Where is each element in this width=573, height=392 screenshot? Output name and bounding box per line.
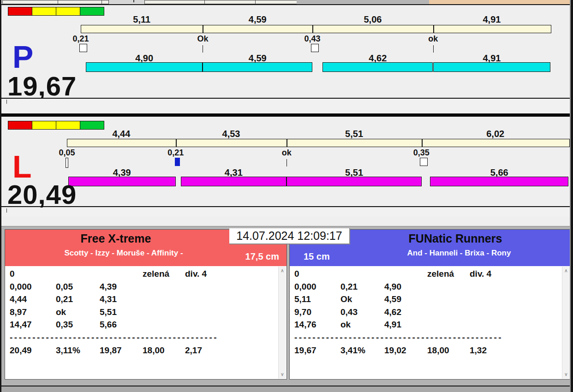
table-cell: 4,91 bbox=[384, 320, 401, 330]
exchange-value: Ok bbox=[197, 34, 208, 44]
table-cell: 3,11% bbox=[56, 345, 80, 356]
team-panel-left: Free X-treme Scotty - Izzy - Moruše - Af… bbox=[5, 229, 287, 380]
table-cell: 0,05 bbox=[56, 282, 73, 292]
team-panel-right: FUNatic Runners And - Hanneli - Brixa - … bbox=[289, 229, 571, 380]
dog-run-segment bbox=[430, 177, 569, 186]
dog-time-labels: 4,394,315,515,66 bbox=[67, 167, 569, 176]
scroll-down-button[interactable]: ∨ bbox=[562, 372, 570, 377]
team-members: And - Hanneli - Brixa - Rony bbox=[290, 249, 570, 258]
lane-divider bbox=[1, 113, 571, 117]
split-divider bbox=[433, 25, 434, 33]
window-left-border bbox=[0, 0, 1, 392]
top-edge-widgets bbox=[1, 0, 571, 5]
square-blue-marker bbox=[175, 158, 180, 166]
split-divider bbox=[312, 25, 313, 33]
split-time-value: 4,44 bbox=[112, 129, 130, 139]
separator-row: ----------------------------------------… bbox=[290, 333, 570, 343]
table-cell: 8,97 bbox=[10, 307, 27, 317]
table-cell: 4,59 bbox=[384, 294, 401, 304]
exchange-value: 0,05 bbox=[59, 148, 75, 158]
lane-letter: P bbox=[12, 41, 33, 72]
square-white-marker bbox=[420, 158, 428, 166]
separator: ----------------------------------------… bbox=[294, 333, 503, 343]
cursor-artifact bbox=[6, 100, 7, 104]
split-bar bbox=[67, 139, 570, 147]
spacer-strip bbox=[1, 208, 571, 217]
table-cell: 3,41% bbox=[340, 345, 365, 356]
exchange-markers bbox=[67, 158, 569, 168]
table-cell: 5,11 bbox=[294, 294, 311, 304]
table-cell: div. 4 bbox=[470, 269, 491, 279]
team-members: Scotty - Izzy - Moruše - Affinity - bbox=[5, 249, 286, 258]
lane-total-time: 20,49 bbox=[7, 184, 77, 205]
table-row: 14,76ok4,91 bbox=[290, 320, 570, 333]
exchange-value: 0,43 bbox=[304, 34, 320, 44]
dog-time-labels: 4,904,594,624,91 bbox=[81, 53, 550, 61]
dog-run-segment bbox=[433, 62, 550, 72]
separator-row: ----------------------------------------… bbox=[5, 333, 286, 343]
window-artifact-box bbox=[2, 0, 59, 4]
split-time-value: 5,11 bbox=[133, 14, 150, 25]
status-light bbox=[8, 7, 32, 16]
table-cell: 0,21 bbox=[340, 282, 358, 292]
dog-run-segment bbox=[203, 62, 312, 72]
dog-run-segment bbox=[181, 177, 286, 186]
exchange-value: ok bbox=[428, 34, 438, 44]
table-cell: 5,66 bbox=[100, 320, 117, 330]
table-row: 0zelenádiv. 4 bbox=[5, 269, 286, 282]
table-row: 0,0000,054,39 bbox=[5, 282, 286, 295]
table-row: 20,493,11%19,8718,002,17 bbox=[5, 345, 286, 358]
scroll-down-button[interactable]: ∨ bbox=[279, 372, 286, 377]
status-light bbox=[32, 7, 56, 16]
dog-run-segment bbox=[322, 62, 433, 72]
split-time-value: 5,51 bbox=[345, 129, 363, 139]
bar-thin-marker bbox=[66, 158, 68, 168]
lane-total-time: 19,67 bbox=[7, 76, 77, 97]
lane-chart-area: 5,114,595,064,91 0,21Ok0,43ok 4,904,594,… bbox=[81, 5, 550, 98]
exchange-labels: 0,21Ok0,43ok bbox=[81, 34, 550, 42]
table-cell: 19,02 bbox=[384, 345, 406, 356]
table-cell: 19,87 bbox=[100, 345, 122, 356]
dog-run-segment bbox=[68, 177, 176, 186]
split-time-value: 6,02 bbox=[486, 129, 504, 139]
table-cell: 4,31 bbox=[100, 294, 117, 304]
split-divider bbox=[176, 139, 177, 147]
table-row: 0zelenádiv. 4 bbox=[290, 269, 570, 282]
datetime-display: 14.07.2024 12:09:17 bbox=[229, 228, 350, 244]
dog-run-segment bbox=[286, 177, 422, 186]
table-cell: 4,39 bbox=[100, 282, 117, 292]
window-artifact-box bbox=[101, 0, 109, 4]
window-artifact-box bbox=[144, 0, 205, 4]
table-cell: 18,00 bbox=[427, 345, 449, 356]
jump-height-badge: 17,5 cm bbox=[245, 251, 279, 262]
exchange-value: 0,35 bbox=[413, 148, 430, 158]
window-artifact-tick bbox=[133, 0, 134, 2]
square-white-marker bbox=[79, 44, 87, 52]
table-cell: 2,17 bbox=[185, 345, 202, 356]
exchange-labels: 0,050,21ok0,35 bbox=[67, 148, 569, 156]
cursor-artifact bbox=[6, 208, 7, 213]
table-row: 9,700,434,62 bbox=[290, 307, 570, 320]
tick-marker bbox=[286, 159, 287, 166]
tick-marker bbox=[203, 45, 203, 53]
table-cell: zelená bbox=[143, 269, 169, 279]
table-row: 19,673,41%19,0218,001,32 bbox=[290, 345, 570, 358]
status-light bbox=[56, 7, 80, 16]
table-cell: Ok bbox=[340, 294, 352, 304]
table-cell: 1,32 bbox=[470, 345, 487, 356]
table-cell: 0,21 bbox=[56, 294, 73, 304]
table-row: 0,0000,214,90 bbox=[290, 282, 570, 295]
table-cell: div. 4 bbox=[185, 269, 207, 279]
table-cell: 4,44 bbox=[10, 294, 27, 304]
tick-marker bbox=[433, 45, 434, 53]
dog-run-bar bbox=[67, 177, 569, 186]
lane-chart-area: 4,444,535,516,02 0,050,21ok0,35 4,394,31… bbox=[67, 117, 569, 206]
status-light bbox=[8, 121, 32, 130]
window-artifact-box bbox=[58, 0, 102, 4]
table-row: 5,11Ok4,59 bbox=[290, 294, 570, 307]
exchange-value: 0,21 bbox=[167, 148, 184, 158]
table-cell: 0,35 bbox=[56, 320, 73, 330]
status-light bbox=[32, 121, 56, 130]
split-time-labels: 5,114,595,064,91 bbox=[81, 14, 550, 23]
square-white-marker bbox=[311, 44, 319, 52]
